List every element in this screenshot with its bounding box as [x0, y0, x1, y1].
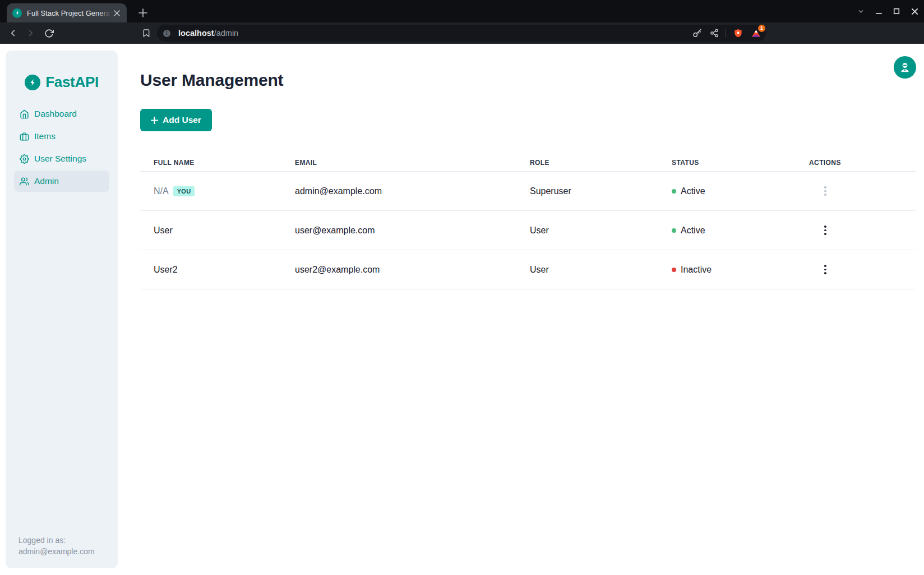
reload-icon[interactable]: [40, 25, 57, 42]
url-host: localhost: [178, 29, 214, 38]
status-label: Active: [681, 226, 705, 236]
sidebar-nav: Dashboard Items User Settings Admin: [6, 103, 118, 192]
status-label: Inactive: [681, 265, 712, 275]
col-role: ROLE: [530, 159, 672, 167]
sidebar-item-label: User Settings: [34, 154, 86, 164]
tab-search-icon[interactable]: [852, 3, 869, 20]
brave-rewards-icon[interactable]: 1: [751, 28, 761, 39]
user-role: User: [530, 265, 672, 275]
row-actions-menu-icon[interactable]: [820, 185, 830, 197]
window-controls: [852, 0, 923, 22]
logged-in-email: admin@example.com: [19, 546, 95, 557]
users-table: FULL NAME EMAIL ROLE STATUS ACTIONS N/A …: [140, 154, 916, 289]
user-role: Superuser: [530, 186, 672, 196]
page-title: User Management: [140, 71, 916, 90]
divider: [726, 29, 726, 38]
sidebar-item-admin[interactable]: Admin: [14, 171, 109, 192]
user-menu-button[interactable]: [894, 56, 916, 79]
col-full-name: FULL NAME: [154, 159, 295, 167]
user-email: user@example.com: [295, 226, 530, 236]
table-row: User2 user2@example.com User Inactive: [140, 250, 916, 289]
new-tab-button[interactable]: [135, 4, 151, 21]
row-actions-menu-icon[interactable]: [820, 264, 830, 276]
col-actions: ACTIONS: [809, 159, 903, 167]
sidebar-item-label: Dashboard: [34, 109, 77, 119]
maximize-icon[interactable]: [888, 3, 905, 20]
table-row: User user@example.com User Active: [140, 211, 916, 250]
browser-tab[interactable]: Full Stack Project Genera: [7, 3, 127, 22]
brave-shield-icon[interactable]: [733, 28, 743, 39]
table-row: N/A YOU admin@example.com Superuser Acti…: [140, 172, 916, 211]
back-icon[interactable]: [4, 25, 21, 42]
forward-icon[interactable]: [22, 25, 39, 42]
sidebar-item-label: Admin: [34, 176, 59, 186]
logo-text: FastAPI: [45, 73, 99, 91]
table-header: FULL NAME EMAIL ROLE STATUS ACTIONS: [140, 154, 916, 172]
browser-tab-strip: Full Stack Project Genera: [0, 0, 924, 22]
row-actions-menu-icon[interactable]: [820, 224, 830, 237]
briefcase-icon: [20, 132, 29, 141]
user-astronaut-icon: [899, 61, 911, 73]
rewards-badge: 1: [758, 25, 765, 32]
gear-icon: [20, 154, 29, 164]
fastapi-bolt-icon: [25, 75, 40, 90]
browser-toolbar: localhost/admin 1: [0, 22, 924, 44]
url-bar[interactable]: localhost/admin 1: [157, 25, 766, 42]
user-email: user2@example.com: [295, 265, 530, 275]
fastapi-logo: FastAPI: [6, 73, 118, 91]
col-email: EMAIL: [295, 159, 530, 167]
page-content: FastAPI Dashboard Items User Settings: [0, 44, 924, 575]
home-icon: [20, 109, 29, 119]
status-dot: [672, 268, 676, 272]
logged-in-label: Logged in as:: [19, 535, 95, 546]
users-icon: [20, 177, 29, 186]
sidebar-item-dashboard[interactable]: Dashboard: [14, 103, 109, 125]
sidebar-item-user-settings[interactable]: User Settings: [14, 148, 109, 169]
add-user-button[interactable]: Add User: [140, 109, 212, 131]
you-badge: YOU: [173, 186, 195, 196]
bookmark-icon[interactable]: [138, 25, 155, 42]
site-info-icon[interactable]: [162, 29, 172, 38]
col-status: STATUS: [672, 159, 809, 167]
user-full-name: User: [154, 226, 173, 236]
user-role: User: [530, 226, 672, 236]
close-window-icon[interactable]: [906, 3, 923, 20]
share-icon[interactable]: [710, 29, 719, 38]
tab-close-icon[interactable]: [111, 7, 122, 19]
browser-window: Full Stack Project Genera: [0, 0, 924, 575]
status-label: Active: [681, 186, 705, 196]
sidebar: FastAPI Dashboard Items User Settings: [6, 50, 118, 568]
sidebar-item-label: Items: [34, 131, 56, 141]
sidebar-item-items[interactable]: Items: [14, 126, 109, 147]
user-full-name: N/A: [154, 186, 169, 196]
status-dot: [672, 189, 676, 194]
user-email: admin@example.com: [295, 186, 530, 196]
url-path: /admin: [214, 29, 239, 38]
url-text: localhost/admin: [178, 29, 238, 38]
password-key-icon[interactable]: [692, 29, 702, 38]
fastapi-favicon-icon: [12, 8, 22, 18]
logged-in-info: Logged in as: admin@example.com: [19, 535, 95, 557]
minimize-icon[interactable]: [870, 3, 887, 20]
status-dot: [672, 228, 676, 233]
tab-title: Full Stack Project Genera: [27, 9, 111, 17]
plus-icon: [151, 117, 158, 124]
user-full-name: User2: [154, 265, 178, 275]
add-user-label: Add User: [163, 115, 201, 125]
main-panel: User Management Add User FULL NAME EMAIL…: [140, 44, 916, 289]
